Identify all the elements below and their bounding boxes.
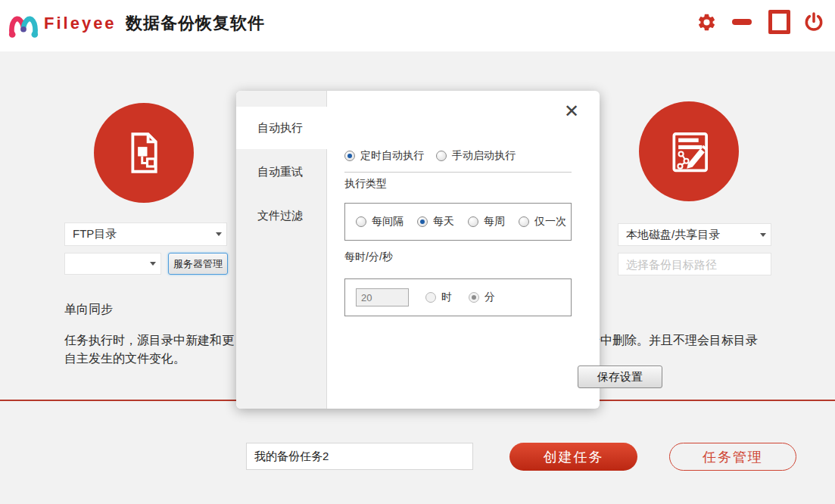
radio-icon (468, 216, 478, 227)
radio-unit-hour-label: 时 (441, 291, 452, 304)
task-name-input[interactable] (246, 443, 473, 470)
radio-once-only-label: 仅一次 (534, 215, 566, 229)
note-pencil-icon (661, 123, 717, 179)
radio-manual-start[interactable]: 手动启动执行 (436, 149, 516, 163)
tab-file-filter[interactable]: 文件过滤 (236, 194, 327, 237)
sync-mode-label: 单向同步 (64, 302, 113, 318)
radio-manual-label: 手动启动执行 (452, 149, 516, 163)
radio-every-interval[interactable]: 每间隔 (356, 215, 403, 229)
save-settings-button[interactable]: 保存设置 (578, 366, 662, 388)
create-task-label: 创建任务 (544, 448, 604, 466)
interval-label: 每时/分/秒 (344, 250, 393, 264)
gear-icon (696, 12, 717, 33)
task-manage-button[interactable]: 任务管理 (669, 443, 796, 471)
maximize-icon (768, 10, 790, 34)
radio-once-only[interactable]: 仅一次 (519, 215, 566, 229)
radio-every-interval-label: 每间隔 (372, 215, 403, 229)
sync-desc-line2: 自主发生的文件变化。 (64, 351, 185, 367)
radio-icon (519, 216, 529, 227)
close-icon: ✕ (564, 101, 579, 121)
tab-auto-retry-label: 自动重试 (257, 165, 303, 179)
exec-type-group: 每间隔 每天 每周 仅一次 (344, 203, 572, 241)
maximize-button[interactable] (768, 11, 790, 33)
fileyee-logo-icon (8, 10, 39, 42)
interval-value-input[interactable] (356, 288, 409, 306)
target-type-value: 本地磁盘/共享目录 (618, 228, 756, 242)
tab-auto-run-label: 自动执行 (257, 121, 303, 135)
radio-every-week[interactable]: 每周 (468, 215, 505, 229)
app-title: 数据备份恢复软件 (126, 12, 265, 35)
server-manage-label: 服务器管理 (173, 257, 223, 271)
create-task-button[interactable]: 创建任务 (509, 443, 637, 471)
brand-name: Fileyee (44, 14, 117, 33)
radio-icon (356, 216, 366, 227)
target-path-input[interactable] (618, 257, 778, 272)
chevron-down-icon (145, 254, 160, 274)
radio-icon (436, 151, 447, 161)
document-flow-icon (117, 126, 171, 180)
source-type-value: FTP目录 (65, 227, 211, 241)
dialog-tab-list: 自动执行 自动重试 文件过滤 (236, 91, 327, 409)
sync-desc-line1-right: 录中删除。并且不理会目标目录 (588, 333, 758, 349)
power-icon (803, 11, 824, 33)
radio-unit-minute[interactable]: 分 (469, 291, 495, 304)
tab-auto-run[interactable]: 自动执行 (236, 107, 327, 149)
radio-every-week-label: 每周 (484, 215, 505, 229)
server-select[interactable] (64, 253, 161, 275)
chevron-down-icon (211, 223, 226, 245)
exec-type-label: 执行类型 (344, 177, 387, 191)
radio-icon (417, 216, 428, 227)
minimize-button[interactable] (731, 11, 753, 33)
sync-desc-line1-left: 任务执行时，源目录中新建和更 (64, 333, 234, 349)
server-manage-button[interactable]: 服务器管理 (168, 253, 228, 275)
tab-auto-retry[interactable]: 自动重试 (236, 151, 327, 193)
interval-group: 时 分 (344, 278, 572, 316)
radio-icon (344, 151, 355, 161)
radio-scheduled-auto-run[interactable]: 定时自动执行 (344, 149, 424, 163)
source-icon-circle (94, 103, 194, 203)
close-power-button[interactable] (802, 11, 825, 33)
trigger-mode-group: 定时自动执行 手动启动执行 (344, 149, 516, 163)
task-manage-label: 任务管理 (703, 448, 763, 466)
target-icon-circle (639, 101, 739, 201)
settings-button[interactable] (695, 11, 718, 33)
target-path-field (618, 253, 771, 275)
source-type-select[interactable]: FTP目录 (64, 222, 227, 246)
radio-unit-hour[interactable]: 时 (425, 291, 452, 304)
app-window: Fileyee 数据备份恢复软件 FTP (0, 0, 835, 504)
chevron-down-icon (756, 224, 771, 245)
dialog-divider (344, 172, 572, 173)
radio-icon (425, 292, 436, 303)
radio-every-day[interactable]: 每天 (417, 215, 454, 229)
dialog-close-button[interactable]: ✕ (563, 103, 580, 120)
radio-scheduled-label: 定时自动执行 (360, 149, 424, 163)
save-settings-label: 保存设置 (597, 370, 643, 384)
dialog-content: ✕ 定时自动执行 手动启动执行 执行类型 每间隔 (328, 91, 600, 409)
auto-run-settings-dialog: 自动执行 自动重试 文件过滤 ✕ 定时自动执行 手动启动执行 (236, 91, 600, 409)
minimize-icon (732, 19, 752, 25)
target-type-select[interactable]: 本地磁盘/共享目录 (618, 223, 771, 246)
tab-file-filter-label: 文件过滤 (257, 209, 303, 223)
radio-every-day-label: 每天 (433, 215, 454, 229)
radio-unit-minute-label: 分 (484, 291, 495, 304)
radio-icon (469, 292, 479, 303)
title-bar: Fileyee 数据备份恢复软件 (0, 0, 835, 51)
